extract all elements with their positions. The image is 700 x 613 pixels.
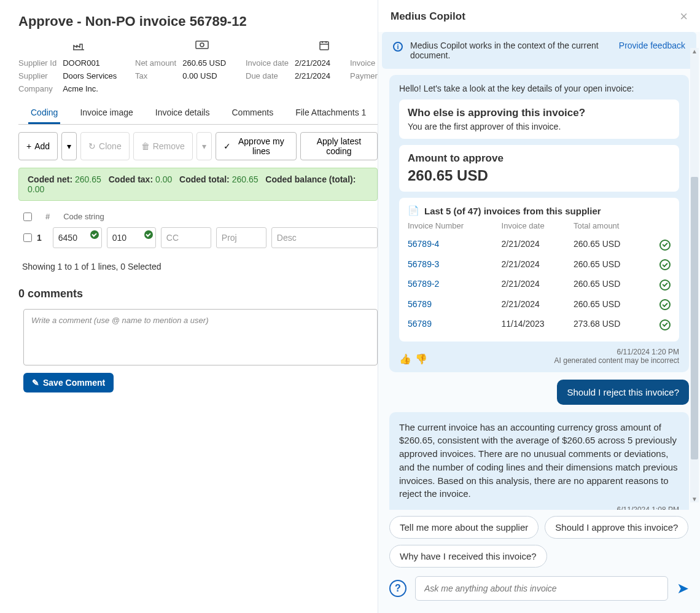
invoice-total-cell: 260.65 USD (574, 274, 652, 294)
invoice-total-cell: 260.65 USD (574, 234, 652, 254)
tab-invoice-image[interactable]: Invoice image (77, 104, 135, 124)
assistant-message: The current invoice has an accounting cu… (389, 412, 689, 510)
send-icon[interactable]: ➤ (677, 580, 689, 597)
row-number: 1 (37, 233, 42, 243)
assistant-message: Hello! Let's take a look at the key deta… (389, 75, 689, 372)
col-code-string: Code string (63, 212, 104, 221)
approve-lines-button[interactable]: ✓ Approve my lines (216, 132, 297, 160)
thumbs-up-icon[interactable]: 👍 (399, 353, 411, 365)
net-amount-value: 260.65 USD (182, 57, 226, 70)
invoice-link[interactable]: 56789-2 (408, 274, 502, 294)
header-icon-row (18, 41, 378, 52)
svg-rect-0 (196, 41, 208, 49)
intro-text: Hello! Let's take a look at the key deta… (399, 84, 679, 93)
col-invoice-number: Invoice Number (408, 221, 502, 234)
invoice-date-cell: 2/21/2024 (502, 274, 574, 294)
remove-button[interactable]: 🗑 Remove (133, 132, 193, 160)
qr-supplier[interactable]: Tell me more about the supplier (389, 516, 539, 539)
table-row: 5678911/14/2023273.68 USD (408, 314, 671, 334)
company-value: Acme Inc. (63, 83, 117, 96)
comments-heading: 0 comments (18, 287, 378, 300)
scroll-thumb[interactable] (691, 177, 698, 459)
status-ok-icon (659, 279, 671, 291)
help-icon[interactable]: ? (389, 580, 406, 597)
chat-scroll[interactable]: Hello! Let's take a look at the key deta… (378, 69, 700, 510)
user-text: Should I reject this invoice? (557, 380, 689, 405)
invoice-date-cell: 2/21/2024 (502, 254, 574, 275)
tab-coding[interactable]: Coding (28, 104, 60, 124)
add-button[interactable]: + Add (18, 132, 58, 160)
invoice-date-cell: 2/21/2024 (502, 294, 574, 314)
amount-heading: Amount to approve (408, 152, 671, 165)
tax-value: 0.00 USD (182, 70, 226, 83)
dept-input[interactable]: 010 (107, 227, 156, 248)
valid-icon (90, 230, 99, 239)
remove-dropdown[interactable]: ▾ (196, 132, 212, 160)
invoice-link[interactable]: 56789-3 (408, 254, 502, 275)
table-row: 56789-32/21/2024260.65 USD (408, 254, 671, 275)
save-comment-button[interactable]: ✎ Save Comment (23, 373, 114, 392)
account-input[interactable]: 6450 (53, 227, 102, 248)
scrollbar[interactable]: ▲ ▼ (690, 48, 699, 502)
document-icon: 📄 (408, 205, 419, 216)
close-icon[interactable]: × (680, 10, 688, 23)
svg-rect-2 (320, 42, 329, 50)
proj-input[interactable]: Proj (216, 227, 266, 248)
thumbs-down-icon[interactable]: 👎 (415, 353, 427, 365)
col-total-amount: Total amount (574, 221, 652, 234)
net-amount-label: Net amount (135, 57, 176, 70)
company-label: Company (18, 83, 56, 96)
clone-button[interactable]: ↻ Clone (80, 132, 130, 160)
desc-input[interactable]: Desc (271, 227, 378, 248)
coded-total-label: Coded total: (179, 174, 230, 184)
approve-label: Approve my lines (234, 136, 289, 156)
qr-why[interactable]: Why have I received this invoice? (389, 545, 547, 568)
tab-comments[interactable]: Comments (229, 104, 276, 124)
info-icon: i (393, 42, 403, 52)
invoice-date-label: Invoice date (246, 57, 289, 70)
qr-approve[interactable]: Should I approve this invoice? (545, 516, 688, 539)
invoice-link[interactable]: 56789 (408, 294, 502, 314)
tab-attachments[interactable]: File Attachments 1 (293, 104, 368, 124)
col-hash: # (45, 212, 50, 221)
tabs: Coding Invoice image Invoice details Com… (18, 104, 378, 125)
timestamp: 6/11/2024 1:08 PM (554, 506, 679, 510)
invoice-total-cell: 273.68 USD (574, 314, 652, 334)
copilot-panel: Medius Copilot × i Medius Copilot works … (378, 0, 700, 613)
select-all-checkbox[interactable] (23, 213, 32, 221)
add-dropdown[interactable]: ▾ (61, 132, 77, 160)
apply-latest-button[interactable]: Apply latest coding (300, 132, 378, 160)
coded-total-value: 260.65 (232, 174, 259, 184)
invoice-link[interactable]: 56789 (408, 314, 502, 334)
tax-label: Tax (135, 70, 176, 83)
coded-tax-value: 0.00 (155, 174, 172, 184)
cc-input[interactable]: CC (161, 227, 211, 248)
row-checkbox[interactable] (23, 233, 32, 242)
calendar-icon (319, 41, 329, 52)
supplier-history-table: Invoice Number Invoice date Total amount… (408, 221, 671, 334)
tab-invoice-details[interactable]: Invoice details (153, 104, 212, 124)
toolbar: + Add ▾ ↻ Clone 🗑 Remove ▾ ✓ Approve my … (18, 132, 378, 160)
comment-input[interactable]: Write a comment (use @ name to mention a… (23, 309, 378, 365)
coding-table-header: # Code string (18, 212, 378, 221)
scroll-down-icon[interactable]: ▼ (691, 496, 698, 502)
scroll-up-icon[interactable]: ▲ (691, 48, 698, 55)
clone-label: Clone (99, 141, 122, 151)
provide-feedback-link[interactable]: Provide feedback (619, 41, 685, 50)
banner-text: Medius Copilot works in the context of t… (410, 41, 612, 60)
coding-row: 1 6450 010 CC Proj Desc (18, 227, 378, 248)
timestamp: 6/11/2024 1:20 PM (554, 348, 679, 356)
copilot-input[interactable] (415, 576, 668, 601)
ai-disclaimer: AI generated content may be incorrect (554, 356, 679, 365)
remove-label: Remove (153, 141, 185, 151)
invoice-link[interactable]: 56789-4 (408, 234, 502, 254)
invoice-date-cell: 11/14/2023 (502, 314, 574, 334)
account-value: 6450 (58, 233, 77, 243)
refresh-icon: ↻ (88, 141, 96, 151)
who-text: You are the first approver of this invoi… (408, 122, 671, 131)
supplier-history-heading: Last 5 (of 47) invoices from this suppli… (424, 206, 601, 216)
money-icon (195, 41, 209, 52)
supplier-label: Supplier (18, 70, 56, 83)
valid-icon (144, 230, 153, 239)
amount-card: Amount to approve 260.65 USD (399, 145, 679, 192)
